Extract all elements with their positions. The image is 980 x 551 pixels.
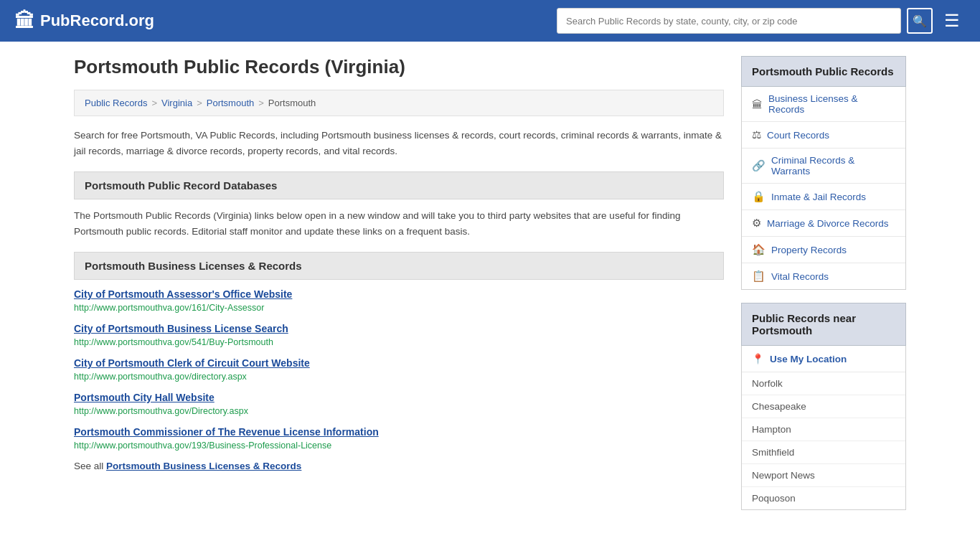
sidebar-item-inmate-label: Inmate & Jail Records	[771, 192, 866, 202]
record-entry: City of Portsmouth Clerk of Circuit Cour…	[74, 357, 724, 382]
building-icon: 🏛	[752, 98, 763, 110]
nearby-header: Public Records near Portsmouth	[741, 303, 906, 346]
page-title: Portsmouth Public Records (Virginia)	[74, 56, 724, 78]
record-url-5[interactable]: http://www.portsmouthva.gov/193/Business…	[74, 441, 331, 451]
record-title-4[interactable]: Portsmouth City Hall Website	[74, 392, 724, 403]
location-icon: 📍	[752, 353, 764, 364]
see-all-link[interactable]: Portsmouth Business Licenses & Records	[106, 461, 301, 471]
databases-description: The Portsmouth Public Records (Virginia)…	[74, 208, 724, 239]
sidebar-item-business-label: Business Licenses & Records	[768, 93, 895, 115]
sidebar: Portsmouth Public Records 🏛 Business Lic…	[741, 56, 906, 510]
nearby-hampton[interactable]: Hampton	[742, 418, 905, 441]
breadcrumb-current: Portsmouth	[268, 98, 316, 108]
record-entry: Portsmouth Commissioner of The Revenue L…	[74, 426, 724, 451]
nearby-smithfield[interactable]: Smithfield	[742, 441, 905, 464]
sidebar-item-court-label: Court Records	[767, 130, 829, 141]
sidebar-item-vital-label: Vital Records	[771, 271, 829, 282]
building-icon: 🏛	[14, 9, 34, 33]
breadcrumb-sep-1: >	[151, 98, 157, 108]
sidebar-item-marriage[interactable]: ⚙ Marriage & Divorce Records	[742, 210, 905, 237]
logo-text: PubRecord.org	[40, 11, 154, 30]
link-icon: 🔗	[752, 159, 765, 172]
site-header: 🏛 PubRecord.org 🔍 ☰	[0, 0, 980, 42]
sidebar-records-list: 🏛 Business Licenses & Records ⚖ Court Re…	[741, 87, 906, 290]
record-title-3[interactable]: City of Portsmouth Clerk of Circuit Cour…	[74, 357, 724, 369]
intro-text: Search for free Portsmouth, VA Public Re…	[74, 128, 724, 159]
sidebar-item-criminal-label: Criminal Records & Warrants	[771, 155, 895, 176]
search-area: 🔍 ☰	[557, 8, 966, 34]
nearby-norfolk[interactable]: Norfolk	[742, 372, 905, 395]
rings-icon: ⚙	[752, 217, 761, 230]
site-logo[interactable]: 🏛 PubRecord.org	[14, 9, 154, 33]
nearby-list: 📍 Use My Location Norfolk Chesapeake Ham…	[741, 346, 906, 510]
main-wrapper: Portsmouth Public Records (Virginia) Pub…	[60, 42, 920, 524]
menu-button[interactable]: ☰	[938, 8, 966, 34]
breadcrumb-sep-3: >	[258, 98, 264, 108]
breadcrumb: Public Records > Virginia > Portsmouth >…	[74, 90, 724, 116]
nearby-newport-news[interactable]: Newport News	[742, 464, 905, 487]
sidebar-item-court[interactable]: ⚖ Court Records	[742, 122, 905, 149]
nearby-chesapeake[interactable]: Chesapeake	[742, 395, 905, 418]
document-icon: 📋	[752, 270, 765, 283]
record-url-3[interactable]: http://www.portsmouthva.gov/directory.as…	[74, 372, 247, 382]
sidebar-item-property-label: Property Records	[771, 245, 847, 255]
sidebar-public-records-header: Portsmouth Public Records	[741, 56, 906, 87]
search-button[interactable]: 🔍	[907, 8, 933, 34]
record-entry: City of Portsmouth Business License Sear…	[74, 323, 724, 347]
breadcrumb-portsmouth[interactable]: Portsmouth	[207, 98, 254, 108]
sidebar-item-property[interactable]: 🏠 Property Records	[742, 237, 905, 263]
scale-icon: ⚖	[752, 128, 761, 141]
see-all-prefix: See all	[74, 461, 106, 471]
search-input[interactable]	[557, 8, 901, 34]
use-location-label: Use My Location	[770, 354, 847, 364]
record-title-2[interactable]: City of Portsmouth Business License Sear…	[74, 323, 724, 334]
breadcrumb-virginia[interactable]: Virginia	[161, 98, 192, 108]
sidebar-item-criminal[interactable]: 🔗 Criminal Records & Warrants	[742, 149, 905, 184]
breadcrumb-sep-2: >	[197, 98, 202, 108]
content-area: Portsmouth Public Records (Virginia) Pub…	[74, 56, 724, 510]
record-title-1[interactable]: City of Portsmouth Assessor's Office Web…	[74, 288, 724, 300]
see-all-line: See all Portsmouth Business Licenses & R…	[74, 461, 724, 471]
record-url-2[interactable]: http://www.portsmouthva.gov/541/Buy-Port…	[74, 337, 273, 347]
sidebar-item-business[interactable]: 🏛 Business Licenses & Records	[742, 87, 905, 122]
record-url-4[interactable]: http://www.portsmouthva.gov/Directory.as…	[74, 406, 248, 416]
databases-header: Portsmouth Public Record Databases	[74, 171, 724, 199]
lock-icon: 🔒	[752, 190, 765, 203]
breadcrumb-public-records[interactable]: Public Records	[85, 98, 147, 108]
home-icon: 🏠	[752, 243, 765, 256]
use-location-button[interactable]: 📍 Use My Location	[742, 346, 905, 372]
record-url-1[interactable]: http://www.portsmouthva.gov/161/City-Ass…	[74, 303, 264, 313]
nearby-poquoson[interactable]: Poquoson	[742, 487, 905, 509]
sidebar-item-inmate[interactable]: 🔒 Inmate & Jail Records	[742, 184, 905, 210]
record-entry: City of Portsmouth Assessor's Office Web…	[74, 288, 724, 313]
sidebar-item-marriage-label: Marriage & Divorce Records	[767, 218, 889, 229]
sidebar-item-vital[interactable]: 📋 Vital Records	[742, 263, 905, 289]
record-title-5[interactable]: Portsmouth Commissioner of The Revenue L…	[74, 426, 724, 438]
business-section-header: Portsmouth Business Licenses & Records	[74, 252, 724, 280]
record-entry: Portsmouth City Hall Website http://www.…	[74, 392, 724, 416]
